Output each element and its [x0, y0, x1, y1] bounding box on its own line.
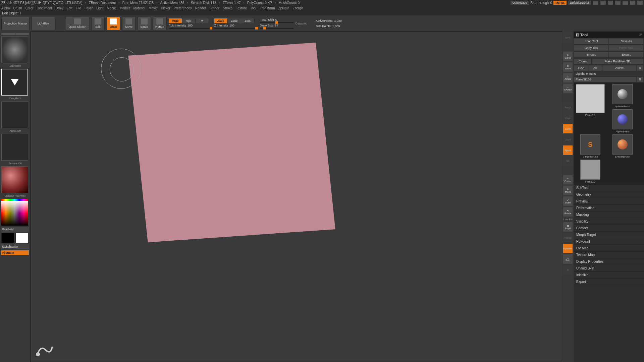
undock-icon[interactable]: ⤢	[639, 33, 642, 37]
menu-texture[interactable]: Texture	[236, 6, 247, 10]
tool-eraserbrush[interactable]: EraserBrush	[607, 134, 638, 158]
copy-tool-button[interactable]: Copy Tool	[574, 45, 608, 51]
menus-button[interactable]: Menus	[553, 1, 567, 5]
menu-macro[interactable]: Macro	[107, 6, 116, 10]
actual-button[interactable]: □Actual	[563, 73, 573, 82]
tool-spherebrush[interactable]: SphereBrush AlphaBrush	[607, 84, 638, 133]
quick-sketch-button[interactable]: Quick Sketch	[66, 17, 89, 30]
quicksave-button[interactable]: QuickSave	[511, 1, 529, 5]
current-tool-name[interactable]: Plane3D.38	[574, 77, 636, 82]
alpha-selector[interactable]	[1, 101, 28, 128]
accordion-visibility[interactable]: Visibility	[574, 218, 644, 225]
menu-stroke[interactable]: Stroke	[223, 6, 232, 10]
import-button[interactable]: Import	[574, 52, 608, 57]
goz-r-button[interactable]: R	[637, 65, 643, 71]
switchcolor-button[interactable]: SwitchColor	[1, 244, 29, 249]
window-btn-2[interactable]	[600, 1, 606, 5]
paste-tool-button[interactable]: Paste Tool	[609, 45, 643, 51]
menu-layer[interactable]: Layer	[85, 6, 93, 10]
menu-zscript[interactable]: Zscript	[292, 6, 303, 10]
local-button[interactable]: Local	[563, 124, 573, 133]
sil-button[interactable]: Sil	[563, 156, 573, 166]
transp-button[interactable]: Transp	[563, 233, 573, 242]
menu-movie[interactable]: Movie	[149, 6, 158, 10]
xpose2-button[interactable]: ⊞	[563, 265, 573, 275]
texture-selector[interactable]	[1, 134, 28, 161]
gradient-toggle[interactable]: Gradient	[1, 227, 29, 232]
canvas-move-button[interactable]: ✥Move	[563, 186, 573, 195]
focal-shift-slider[interactable]	[260, 22, 293, 23]
rotate-button[interactable]: Rotate	[153, 17, 167, 30]
primary-color-swatch[interactable]	[15, 233, 28, 243]
tool-plane3d-2[interactable]: Plane3D	[575, 160, 606, 183]
menu-preferences[interactable]: Preferences	[174, 6, 192, 10]
export-button[interactable]: Export	[609, 52, 643, 57]
solo-button[interactable]: ●Solo	[563, 254, 573, 264]
frame-button[interactable]: ⌖Frame	[563, 175, 573, 184]
zadd-button[interactable]: Zadd	[214, 18, 228, 23]
window-btn-1[interactable]	[593, 1, 598, 5]
window-close[interactable]	[637, 1, 643, 5]
menu-edit[interactable]: Edit	[67, 6, 72, 10]
menu-picker[interactable]: Picker	[161, 6, 170, 10]
menu-color[interactable]: Color	[25, 6, 34, 10]
material-selector[interactable]	[1, 166, 28, 193]
tool-plane3d[interactable]: Plane3D	[575, 84, 606, 133]
menu-tool[interactable]: Tool	[250, 6, 256, 10]
window-btn-3[interactable]	[608, 1, 613, 5]
canvas-rotate-button[interactable]: ⟲Rotate	[563, 207, 573, 217]
seethrough-slider[interactable]: See-through	[530, 1, 549, 5]
accordion-polypaint[interactable]: Polypaint	[574, 238, 644, 245]
canvas-scale-button[interactable]: ⤢Scale	[563, 196, 573, 206]
floor-button[interactable]: Floor	[563, 113, 573, 123]
alternate-button[interactable]: Alternate	[1, 250, 29, 255]
move-button[interactable]: Move	[122, 17, 136, 30]
aahalf-button[interactable]: ▫AAHalf	[563, 84, 573, 93]
menu-brush[interactable]: Brush	[13, 6, 22, 10]
zoom-button[interactable]: ⊕Zoom	[563, 62, 573, 72]
dynamic-toggle[interactable]: Dynamic	[296, 22, 307, 25]
menu-material[interactable]: Material	[133, 6, 146, 10]
anchor-icon[interactable]: ◧	[576, 33, 579, 37]
menu-render[interactable]: Render	[195, 6, 206, 10]
scroll-button[interactable]: ✥Scroll	[563, 52, 573, 61]
tool-r-button[interactable]: R	[637, 77, 643, 82]
lightbox-tools-button[interactable]: Lightbox› Tools	[574, 71, 644, 76]
m-button[interactable]: M	[196, 18, 209, 23]
accordion-initialize[interactable]: Initialize	[574, 272, 644, 279]
accordion-geometry[interactable]: Geometry	[574, 191, 644, 198]
save-as-button[interactable]: Save As	[609, 39, 643, 44]
menu-document[interactable]: Document	[37, 6, 52, 10]
default-zscript[interactable]: DefaultZScript	[568, 1, 591, 5]
brush-selector[interactable]	[1, 36, 28, 63]
menu-marker[interactable]: Marker	[119, 6, 130, 10]
rgb-intensity-slider[interactable]	[169, 28, 212, 29]
goz-visible-button[interactable]: Visible	[602, 65, 636, 71]
persp-button[interactable]: Persp	[563, 103, 573, 112]
window-minimize[interactable]	[623, 1, 628, 5]
polyf-button[interactable]: ▦PolyF	[563, 222, 573, 232]
rgb-button[interactable]: Rgb	[182, 18, 196, 23]
accordion-deformation[interactable]: Deformation	[574, 205, 644, 212]
make-polymesh-button[interactable]: Make PolyMesh3D	[592, 59, 643, 64]
menu-alpha[interactable]: Alpha	[1, 6, 10, 10]
load-tool-button[interactable]: Load Tool	[574, 39, 608, 44]
bpr-button[interactable]: BPR	[563, 33, 573, 42]
window-btn-4[interactable]	[615, 1, 621, 5]
menu-file[interactable]: File	[76, 6, 81, 10]
accordion-morph-target[interactable]: Morph Target	[574, 232, 644, 238]
projection-master-button[interactable]: Projection Master	[1, 17, 30, 30]
plane3d-object[interactable]	[128, 43, 335, 242]
stroke-selector[interactable]	[1, 69, 28, 96]
color-picker[interactable]	[1, 199, 28, 226]
menu-zplugin[interactable]: Zplugin	[278, 6, 289, 10]
accordion-masking[interactable]: Masking	[574, 212, 644, 218]
goz-button[interactable]: GoZ	[574, 65, 588, 71]
menu-stencil[interactable]: Stencil	[209, 6, 219, 10]
clone-button[interactable]: Clone	[574, 59, 591, 64]
secondary-color-swatch[interactable]	[1, 233, 14, 243]
localsym-button[interactable]: LSym	[563, 135, 573, 144]
accordion-display-properties[interactable]: Display Properties	[574, 258, 644, 265]
accordion-uv-map[interactable]: UV Map	[574, 245, 644, 252]
zsub-button[interactable]: Zsub	[228, 18, 241, 23]
